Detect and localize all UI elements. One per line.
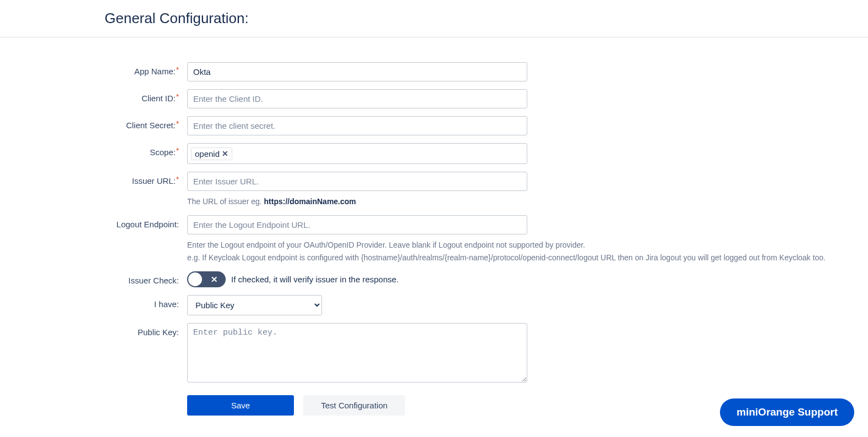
issuer-url-label: Issuer URL:*	[105, 172, 187, 185]
close-icon: ✕	[211, 275, 218, 285]
remove-tag-icon[interactable]: ✕	[222, 149, 228, 158]
support-button[interactable]: miniOrange Support	[720, 398, 854, 426]
public-key-field-wrapper	[187, 323, 527, 384]
scope-tag-label: openid	[195, 149, 220, 159]
issuer-check-toggle-wrapper: ✕ If checked, it will verify issuer in t…	[187, 271, 527, 287]
issuer-check-field-wrapper: ✕ If checked, it will verify issuer in t…	[187, 271, 527, 287]
scope-label: Scope:*	[105, 143, 187, 157]
app-name-label: App Name:*	[105, 62, 187, 76]
issuer-url-field-wrapper: The URL of issuer eg. https://domainName…	[187, 172, 835, 207]
toggle-knob	[188, 272, 202, 286]
logout-endpoint-row: Logout Endpoint: Enter the Logout endpoi…	[105, 215, 835, 264]
client-secret-row: Client Secret:*	[105, 116, 835, 135]
client-secret-input[interactable]	[187, 116, 527, 135]
client-id-input[interactable]	[187, 89, 527, 108]
i-have-field-wrapper: Public Key	[187, 295, 527, 315]
form-container: App Name:* Client ID:* Client Secret:* S…	[0, 37, 868, 427]
issuer-check-row: Issuer Check: ✕ If checked, it will veri…	[105, 271, 835, 287]
client-secret-field-wrapper	[187, 116, 527, 135]
logout-endpoint-input[interactable]	[187, 215, 527, 234]
page-title: General Configuration:	[105, 10, 868, 27]
issuer-check-description: If checked, it will verify issuer in the…	[231, 275, 398, 284]
public-key-row: Public Key:	[105, 323, 835, 384]
client-id-label: Client ID:*	[105, 89, 187, 103]
i-have-select[interactable]: Public Key	[187, 295, 322, 315]
issuer-url-help: The URL of issuer eg. https://domainName…	[187, 195, 835, 207]
scope-field-wrapper: openid ✕	[187, 143, 527, 164]
app-name-field-wrapper	[187, 62, 527, 81]
issuer-url-row: Issuer URL:* The URL of issuer eg. https…	[105, 172, 835, 207]
test-configuration-button[interactable]: Test Configuration	[303, 395, 405, 416]
scope-tag-openid: openid ✕	[191, 148, 232, 160]
client-id-field-wrapper	[187, 89, 527, 108]
logout-endpoint-help: Enter the Logout endpoint of your OAuth/…	[187, 239, 835, 264]
client-secret-label: Client Secret:*	[105, 116, 187, 130]
save-button[interactable]: Save	[187, 395, 294, 416]
public-key-label: Public Key:	[105, 323, 187, 337]
issuer-url-input[interactable]	[187, 172, 527, 191]
client-id-row: Client ID:*	[105, 89, 835, 108]
scope-input[interactable]: openid ✕	[187, 143, 527, 164]
logout-endpoint-label: Logout Endpoint:	[105, 215, 187, 229]
i-have-row: I have: Public Key	[105, 295, 835, 315]
scope-row: Scope:* openid ✕	[105, 143, 835, 164]
app-name-input[interactable]	[187, 62, 527, 81]
issuer-check-toggle[interactable]: ✕	[187, 271, 226, 287]
header-section: General Configuration:	[0, 0, 868, 37]
app-name-row: App Name:*	[105, 62, 835, 81]
issuer-check-label: Issuer Check:	[105, 271, 187, 285]
i-have-label: I have:	[105, 295, 187, 309]
public-key-textarea[interactable]	[187, 323, 527, 383]
logout-endpoint-field-wrapper: Enter the Logout endpoint of your OAuth/…	[187, 215, 835, 264]
